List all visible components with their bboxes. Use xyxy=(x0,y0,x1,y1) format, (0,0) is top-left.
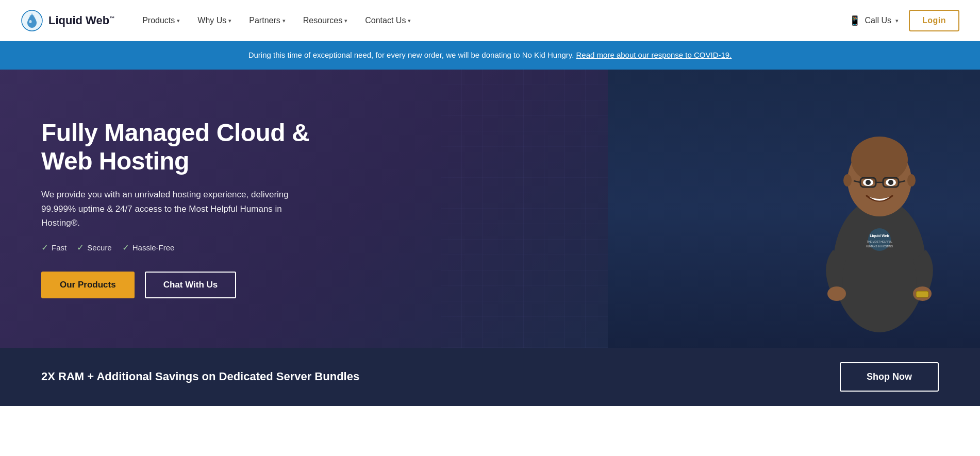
nav-item-contact-us[interactable]: Contact Us ▾ xyxy=(358,12,418,29)
hero-title: Fully Managed Cloud & Web Hosting xyxy=(41,119,320,175)
chevron-down-icon: ▾ xyxy=(895,18,899,24)
svg-point-26 xyxy=(907,174,916,187)
shop-now-button[interactable]: Shop Now xyxy=(840,362,939,392)
hero-subtitle: We provide you with an unrivaled hosting… xyxy=(41,188,320,230)
chevron-down-icon: ▾ xyxy=(283,18,286,24)
svg-point-3 xyxy=(29,15,30,16)
person-svg: Liquid Web THE MOST HELPFUL HUMANS IN HO… xyxy=(805,90,954,348)
hero-section: Fully Managed Cloud & Web Hosting We pro… xyxy=(0,70,980,348)
nav-item-products[interactable]: Products ▾ xyxy=(135,12,187,29)
badge-secure: ✓ Secure xyxy=(77,242,112,253)
login-button[interactable]: Login xyxy=(909,10,959,31)
nav-right: 📱 Call Us ▾ Login xyxy=(849,10,959,31)
logo-link[interactable]: Liquid Web™ xyxy=(21,9,114,32)
check-icon: ✓ xyxy=(77,242,84,253)
chevron-down-icon: ▾ xyxy=(177,18,180,24)
svg-text:Liquid Web: Liquid Web xyxy=(870,234,889,238)
our-products-button[interactable]: Our Products xyxy=(41,272,135,298)
svg-rect-24 xyxy=(916,291,928,297)
call-us-button[interactable]: 📱 Call Us ▾ xyxy=(849,15,899,26)
svg-point-10 xyxy=(851,137,908,183)
check-icon: ✓ xyxy=(41,242,48,253)
announcement-banner: During this time of exceptional need, fo… xyxy=(0,41,980,70)
svg-text:HUMANS IN HOSTING: HUMANS IN HOSTING xyxy=(866,245,893,248)
chevron-down-icon: ▾ xyxy=(228,18,231,24)
brand-name: Liquid Web™ xyxy=(48,14,114,27)
covid-link[interactable]: Read more about our response to COVID-19… xyxy=(576,50,732,59)
svg-point-6 xyxy=(827,286,846,301)
nav-item-why-us[interactable]: Why Us ▾ xyxy=(190,12,239,29)
phone-icon: 📱 xyxy=(849,15,860,26)
hero-badges: ✓ Fast ✓ Secure ✓ Hassle-Free xyxy=(41,242,320,253)
hero-content: Fully Managed Cloud & Web Hosting We pro… xyxy=(0,88,351,329)
svg-point-2 xyxy=(31,13,33,15)
badge-hassle-free: ✓ Hassle-Free xyxy=(122,242,175,253)
svg-point-1 xyxy=(29,20,32,23)
svg-point-5 xyxy=(833,198,926,332)
svg-point-25 xyxy=(843,174,852,187)
nav-links: Products ▾ Why Us ▾ Partners ▾ Resources… xyxy=(135,12,849,29)
badge-fast: ✓ Fast xyxy=(41,242,67,253)
hero-person-image: Liquid Web THE MOST HELPFUL HUMANS IN HO… xyxy=(805,70,959,348)
nav-item-resources[interactable]: Resources ▾ xyxy=(296,12,355,29)
navbar: Liquid Web™ Products ▾ Why Us ▾ Partners… xyxy=(0,0,980,41)
promo-text: 2X RAM + Additional Savings on Dedicated… xyxy=(41,370,359,383)
nav-item-partners[interactable]: Partners ▾ xyxy=(242,12,292,29)
logo-icon xyxy=(21,9,43,32)
svg-point-18 xyxy=(866,180,871,185)
promo-strip: 2X RAM + Additional Savings on Dedicated… xyxy=(0,348,980,406)
svg-text:THE MOST HELPFUL: THE MOST HELPFUL xyxy=(867,240,892,243)
chevron-down-icon: ▾ xyxy=(344,18,347,24)
svg-point-19 xyxy=(888,180,893,185)
chat-with-us-button[interactable]: Chat With Us xyxy=(145,272,237,298)
svg-point-4 xyxy=(34,15,35,16)
announcement-text: During this time of exceptional need, fo… xyxy=(248,50,574,59)
hero-buttons: Our Products Chat With Us xyxy=(41,272,320,298)
check-icon: ✓ xyxy=(122,242,129,253)
chevron-down-icon: ▾ xyxy=(408,18,411,24)
